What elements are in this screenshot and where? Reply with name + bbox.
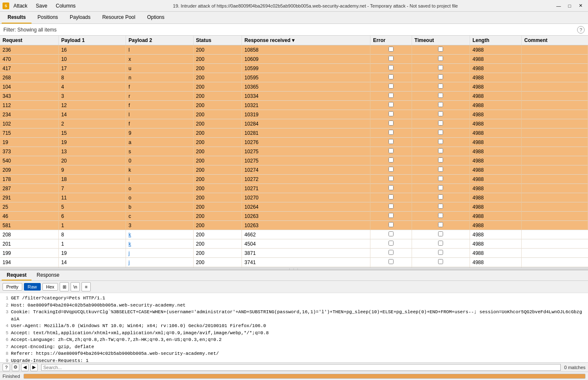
tab-results[interactable]: Results (2, 12, 32, 24)
table-row[interactable]: 287 7 o 200 10271 4988 (0, 184, 588, 193)
table-row[interactable]: 104 4 f 200 10365 4988 (0, 82, 588, 92)
cell-error[interactable] (370, 175, 412, 184)
btn-ln[interactable]: \n (71, 282, 80, 291)
nav-forward-button[interactable]: ▶ (30, 364, 38, 371)
cell-timeout[interactable] (412, 110, 470, 119)
cell-timeout[interactable] (412, 128, 470, 138)
cell-error[interactable] (370, 138, 412, 147)
cell-error[interactable] (370, 184, 412, 193)
help-icon[interactable]: ? (577, 26, 585, 34)
table-row[interactable]: 199 19 j 200 3871 4988 (0, 249, 588, 258)
search-input[interactable] (41, 364, 561, 371)
col-timeout[interactable]: Timeout (412, 36, 470, 45)
table-row[interactable]: 102 2 f 200 10284 4988 (0, 119, 588, 128)
cell-error[interactable] (370, 165, 412, 175)
line-content[interactable]: User-Agent: Mozilla/5.0 (Windows NT 10.0… (11, 322, 266, 330)
btn-raw[interactable]: Raw (24, 283, 41, 291)
line-content[interactable]: Cookie: TrackingId=0VqpUCQLtkuvrClg`%3BS… (11, 309, 585, 322)
cell-error[interactable] (370, 212, 412, 221)
table-row[interactable]: 715 15 9 200 10281 4988 (0, 128, 588, 138)
btn-hex[interactable]: Hex (42, 283, 58, 291)
cell-timeout[interactable] (412, 55, 470, 64)
settings-icon[interactable]: ⚙ (12, 364, 19, 371)
btn-more[interactable]: ≡ (81, 282, 91, 291)
cell-error[interactable] (370, 239, 412, 249)
table-row[interactable]: 581 1 3 200 10263 4988 (0, 221, 588, 230)
cell-timeout[interactable] (412, 92, 470, 101)
cell-error[interactable] (370, 64, 412, 73)
cell-timeout[interactable] (412, 101, 470, 110)
table-row[interactable]: 25 5 b 200 10264 4988 (0, 202, 588, 212)
menu-save[interactable]: Save (34, 2, 49, 10)
line-content[interactable]: Accept-Language: zh-CN,zh;q=0.8,zh-TW;q=… (11, 336, 222, 343)
tab-resource-pool[interactable]: Resource Pool (96, 12, 141, 24)
line-content[interactable]: Referer: https://0ae8009f04ba2694c02b5ab… (11, 350, 219, 357)
tab-options[interactable]: Options (141, 12, 170, 24)
col-payload1[interactable]: Payload 1 (58, 36, 126, 45)
table-row[interactable]: 234 14 l 200 10319 4988 (0, 110, 588, 119)
tab-response[interactable]: Response (32, 270, 64, 280)
col-payload2[interactable]: Payload 2 (126, 36, 193, 45)
line-content[interactable]: GET /filter?category=Pets HTTP/1.1 (11, 295, 105, 302)
cell-timeout[interactable] (412, 230, 470, 239)
table-container[interactable]: Request Payload 1 Payload 2 Status Respo… (0, 36, 588, 267)
col-comment[interactable]: Comment (522, 36, 588, 45)
table-row[interactable]: 373 13 s 200 10275 4988 (0, 147, 588, 156)
cell-timeout[interactable] (412, 184, 470, 193)
cell-timeout[interactable] (412, 82, 470, 92)
cell-error[interactable] (370, 128, 412, 138)
tab-payloads[interactable]: Payloads (64, 12, 96, 24)
cell-error[interactable] (370, 82, 412, 92)
col-response[interactable]: Response received ▾ (242, 36, 370, 45)
col-length[interactable]: Length (470, 36, 522, 45)
cell-error[interactable] (370, 92, 412, 101)
table-row[interactable]: 112 12 f 200 10321 4988 (0, 101, 588, 110)
cell-timeout[interactable] (412, 175, 470, 184)
cell-error[interactable] (370, 230, 412, 239)
cell-error[interactable] (370, 221, 412, 230)
cell-error[interactable] (370, 101, 412, 110)
table-row[interactable]: 19 19 a 200 10276 4988 (0, 138, 588, 147)
cell-timeout[interactable] (412, 64, 470, 73)
table-row[interactable]: 194 14 j 200 3741 4988 (0, 258, 588, 267)
close-button[interactable]: ✕ (575, 2, 585, 10)
cell-timeout[interactable] (412, 202, 470, 212)
cell-timeout[interactable] (412, 221, 470, 230)
line-content[interactable]: Accept-Encoding: gzip, deflate (11, 343, 94, 351)
table-row[interactable]: 236 16 l 200 10858 4988 (0, 45, 588, 55)
cell-timeout[interactable] (412, 138, 470, 147)
cell-error[interactable] (370, 202, 412, 212)
table-row[interactable]: 291 11 o 200 10270 4988 (0, 193, 588, 202)
col-status[interactable]: Status (193, 36, 242, 45)
cell-error[interactable] (370, 110, 412, 119)
cell-error[interactable] (370, 156, 412, 165)
cell-error[interactable] (370, 45, 412, 55)
line-content[interactable]: Upgrade-Insecure-Requests: 1 (11, 357, 89, 363)
tab-request[interactable]: Request (2, 270, 32, 280)
table-row[interactable]: 540 20 0 200 10275 4988 (0, 156, 588, 165)
cell-timeout[interactable] (412, 45, 470, 55)
menu-attack[interactable]: Attack (12, 2, 29, 10)
col-error[interactable]: Error (370, 36, 412, 45)
cell-timeout[interactable] (412, 212, 470, 221)
cell-timeout[interactable] (412, 165, 470, 175)
cell-timeout[interactable] (412, 249, 470, 258)
question-icon[interactable]: ? (3, 364, 10, 371)
table-row[interactable]: 470 10 x 200 10609 4988 (0, 55, 588, 64)
cell-error[interactable] (370, 55, 412, 64)
cell-error[interactable] (370, 73, 412, 82)
cell-timeout[interactable] (412, 119, 470, 128)
maximize-button[interactable]: □ (564, 2, 575, 10)
menu-columns[interactable]: Columns (54, 2, 77, 10)
btn-pretty[interactable]: Pretty (3, 283, 22, 291)
table-row[interactable]: 201 1 k 200 4504 4988 (0, 239, 588, 249)
cell-error[interactable] (370, 119, 412, 128)
cell-error[interactable] (370, 249, 412, 258)
cell-error[interactable] (370, 147, 412, 156)
cell-timeout[interactable] (412, 73, 470, 82)
col-request[interactable]: Request (0, 36, 58, 45)
nav-back-button[interactable]: ◀ (21, 364, 29, 371)
line-content[interactable]: Host: 0ae8009f04ba2694c02b5ab900bb005a.w… (11, 302, 186, 309)
table-row[interactable]: 268 8 n 200 10595 4988 (0, 73, 588, 82)
cell-timeout[interactable] (412, 156, 470, 165)
